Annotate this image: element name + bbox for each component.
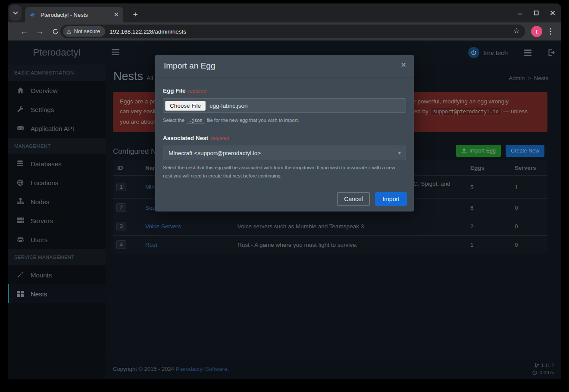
nest-help-line-2: nest you will need to create that nest b…: [163, 172, 406, 180]
nest-servers-count: 0: [510, 199, 547, 217]
sidebar-item-settings[interactable]: Settings: [8, 100, 106, 119]
nest-servers-count: 0: [510, 217, 547, 236]
breadcrumb-admin[interactable]: Admin: [509, 75, 525, 81]
pterodactyl-software-link[interactable]: Pterodactyl Software: [175, 366, 227, 372]
nest-help-line-1: Select the nest that this egg will be as…: [163, 164, 406, 172]
gamepad-icon: [17, 125, 24, 132]
nest-id-badge: 2: [116, 203, 126, 212]
close-button[interactable]: [548, 9, 557, 17]
col-header-id: ID: [113, 160, 141, 176]
alert-email-code: support@pterodactyl.io: [430, 108, 502, 115]
bookmark-star-icon[interactable]: ☆: [513, 26, 520, 35]
server-icon: [17, 217, 24, 224]
sidebar-item-overview[interactable]: Overview: [8, 81, 106, 100]
copyright-text: Copyright © 2015 - 2024 Pterodactyl Soft…: [113, 366, 229, 372]
browser-window: Pterodactyl - Nests ✕ + ← → ⚠ Not secure: [8, 3, 561, 379]
cancel-button[interactable]: Cancel: [337, 192, 370, 206]
git-branch-icon: [535, 363, 539, 368]
not-secure-label: Not secure: [74, 28, 100, 34]
sign-out-icon: [548, 49, 555, 56]
url-bar[interactable]: ⚠ Not secure 192.168.122.228/admin/nests…: [60, 25, 525, 38]
col-header-servers: Servers: [510, 160, 547, 176]
import-button[interactable]: Import: [375, 192, 407, 206]
table-row: 3 Voice Servers Voice servers such as Mu…: [113, 217, 547, 236]
sidebar-item-nests[interactable]: Nests: [8, 284, 106, 303]
sidebar-item-mounts[interactable]: Mounts: [8, 265, 106, 284]
choose-file-button[interactable]: Choose File: [165, 101, 206, 111]
sidebar-item-label: Nodes: [31, 198, 49, 205]
import-egg-button[interactable]: Import Egg: [456, 145, 501, 157]
required-badge: required: [211, 136, 229, 141]
sidebar-item-label: Application API: [31, 125, 74, 132]
nest-servers-count: 0: [510, 236, 547, 254]
user-menu[interactable]: tmv tech: [468, 47, 508, 58]
not-secure-chip[interactable]: ⚠ Not secure: [63, 26, 105, 37]
globe-icon: [17, 179, 24, 187]
minimize-button[interactable]: [516, 9, 524, 17]
sidebar-item-label: Overview: [31, 87, 58, 94]
import-egg-modal: Import an Egg × Egg Filerequired Choose …: [155, 55, 414, 212]
breadcrumb-current: Nests: [534, 75, 548, 81]
associated-nest-label: Associated Nest: [163, 135, 208, 141]
nest-link-rust[interactable]: Rust: [145, 242, 157, 248]
chevron-down-icon: [13, 11, 18, 15]
sidebar-item-users[interactable]: Users: [8, 230, 106, 249]
brand-logo[interactable]: Pterodactyl: [8, 40, 106, 65]
maximize-button[interactable]: [532, 9, 541, 17]
browser-profile-avatar[interactable]: t: [531, 26, 542, 37]
pterodactyl-favicon-icon: [29, 11, 37, 19]
nest-eggs-count: 2: [466, 217, 510, 236]
nest-link-voice-servers[interactable]: Voice Servers: [145, 223, 181, 230]
database-icon: [17, 160, 24, 168]
back-button[interactable]: ←: [18, 25, 30, 37]
sidebar-item-label: Settings: [31, 106, 54, 113]
sidebar-item-label: Servers: [31, 217, 53, 224]
sidebar-toggle-button[interactable]: [112, 49, 119, 56]
json-extension-code: .json: [186, 117, 205, 124]
sidebar-item-locations[interactable]: Locations: [8, 173, 106, 192]
sitemap-icon: [17, 198, 24, 205]
grid-icon: [17, 290, 24, 298]
sidebar-item-nodes[interactable]: Nodes: [8, 192, 106, 211]
tab-search-button[interactable]: [9, 5, 22, 21]
col-header-eggs: Eggs: [466, 160, 510, 176]
home-icon: [17, 87, 24, 94]
egg-file-input[interactable]: Choose File egg-fabric.json: [163, 98, 406, 113]
version-info: 1.11.7: [532, 362, 554, 369]
page-title: Nests: [113, 70, 143, 83]
user-avatar: [468, 47, 479, 58]
create-new-button[interactable]: Create New: [506, 145, 544, 157]
table-row: 4 Rust Rust - A game where you must figh…: [113, 236, 547, 254]
servers-icon: [524, 50, 531, 56]
nest-eggs-count: 1: [466, 236, 510, 254]
browser-menu-button[interactable]: [545, 26, 556, 37]
nest-description: Voice servers such as Mumble and Teamspe…: [233, 217, 466, 236]
users-icon: [17, 236, 24, 243]
selected-nest-value: Minecraft <support@pterodactyl.io>: [169, 150, 261, 156]
sidebar-section-basic-administration: BASIC ADMINISTRATION: [8, 65, 106, 81]
sidebar-item-databases[interactable]: Databases: [8, 154, 106, 173]
modal-title: Import an Egg: [164, 61, 215, 71]
nest-description: Rust - A game where you must fight to su…: [233, 236, 466, 254]
reload-button[interactable]: [49, 25, 61, 37]
egg-file-help: Select the .json file for the new egg th…: [163, 116, 406, 124]
egg-file-label: Egg File: [163, 87, 186, 94]
nest-id-badge: 3: [116, 222, 126, 230]
logout-button[interactable]: [548, 49, 555, 56]
sidebar-item-label: Mounts: [31, 271, 52, 279]
browser-tab[interactable]: Pterodactyl - Nests ✕: [25, 7, 123, 22]
sidebar-item-servers[interactable]: Servers: [8, 211, 106, 230]
associated-nest-select[interactable]: Minecraft <support@pterodactyl.io> ▾: [163, 146, 406, 160]
required-badge: required: [188, 88, 206, 93]
magic-wand-icon: [17, 271, 24, 279]
forward-button[interactable]: →: [34, 25, 46, 37]
url-text: 192.168.122.228/admin/nests: [109, 28, 186, 35]
modal-close-icon[interactable]: ×: [401, 60, 406, 70]
server-list-button[interactable]: [524, 50, 531, 56]
sidebar-item-label: Users: [31, 236, 47, 243]
warning-icon: ⚠: [66, 28, 72, 35]
sidebar-item-application-api[interactable]: Application API: [8, 119, 106, 138]
upload-icon: [461, 148, 467, 154]
new-tab-button[interactable]: +: [129, 9, 141, 21]
tab-close-icon[interactable]: ✕: [113, 11, 119, 19]
